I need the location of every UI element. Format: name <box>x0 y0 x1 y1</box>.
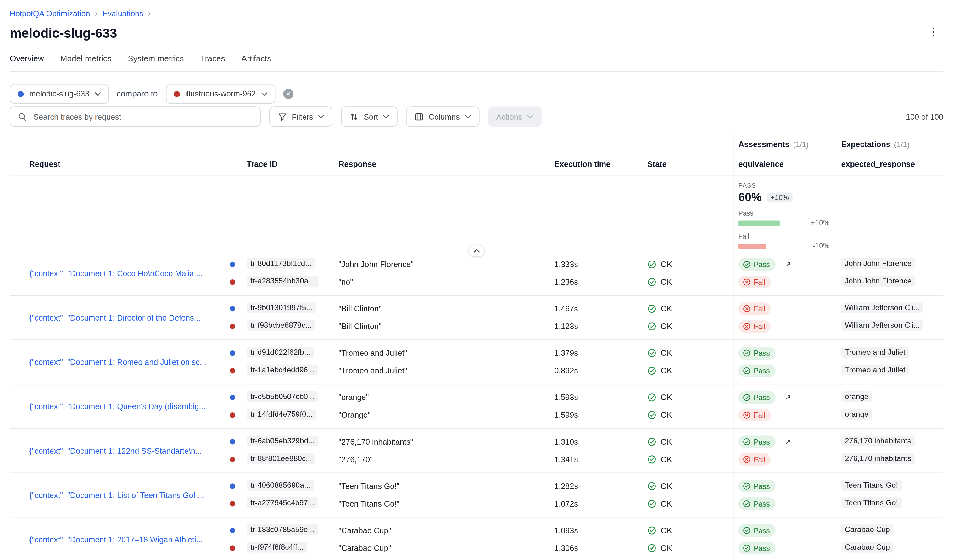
search-input[interactable] <box>32 111 253 122</box>
assessment-badge: Pass <box>739 524 775 537</box>
equivalence-cell: Fail <box>733 302 836 315</box>
clear-compare-icon[interactable]: ✕ <box>283 89 293 99</box>
state-label: OK <box>661 260 672 269</box>
trace-id-cell: tr-80d1173bf1cd... <box>242 258 334 271</box>
header-request[interactable]: Request <box>10 159 229 169</box>
tab-system-metrics[interactable]: System metrics <box>128 54 184 63</box>
assessment-badge: Pass <box>739 258 775 271</box>
assessment-badge: Fail <box>739 275 771 288</box>
state-label: OK <box>661 481 672 490</box>
state-label: OK <box>661 499 672 508</box>
header-expected-response[interactable]: expected_response <box>836 159 943 169</box>
trace-id-chip[interactable]: tr-14fdfd4e759f0... <box>247 408 317 419</box>
expected-response-cell: Teen Titans Go! <box>836 480 943 493</box>
assessment-badge: Pass <box>739 498 775 510</box>
trace-id-chip[interactable]: tr-a277945c4b97... <box>247 497 318 508</box>
equivalence-cell: Pass <box>733 542 836 555</box>
trace-id-chip[interactable]: tr-e5b5b0507cb0... <box>247 391 318 402</box>
tab-bar: OverviewModel metricsSystem metricsTrace… <box>10 54 943 72</box>
more-options-icon[interactable]: ⋮ <box>924 25 943 38</box>
request-cell: {"context": "Document 1: Queen's Day (di… <box>10 389 229 424</box>
trace-run-row[interactable]: tr-1a1ebc4edd96..."Tromeo and Juliet"0.8… <box>229 362 944 380</box>
actions-button: Actions <box>488 106 542 127</box>
tab-model-metrics[interactable]: Model metrics <box>61 54 111 63</box>
trace-id-chip[interactable]: tr-1a1ebc4edd96... <box>247 364 318 375</box>
tab-artifacts[interactable]: Artifacts <box>242 54 271 63</box>
run-dot-icon <box>229 279 242 285</box>
trace-id-chip[interactable]: tr-4060885690a... <box>247 480 314 490</box>
run-dot-icon <box>229 483 242 489</box>
expected-response-cell: Carabao Cup <box>836 541 943 555</box>
compare-run-selector[interactable]: illustrious-worm-962 <box>166 84 275 104</box>
base-run-selector[interactable]: melodic-slug-633 <box>10 84 109 104</box>
header-equivalence[interactable]: equivalence <box>733 159 836 169</box>
trace-run-row[interactable]: tr-d91d022f62fb..."Tromeo and Juliet"1.3… <box>229 344 944 362</box>
expected-response-chip: Tromeo and Juliet <box>841 364 909 375</box>
filters-label: Filters <box>292 112 313 121</box>
filters-button[interactable]: Filters <box>269 106 333 127</box>
breadcrumb-link-project[interactable]: HotpotQA Optimization <box>10 9 90 18</box>
request-link[interactable]: {"context": "Document 1: Romeo and Julie… <box>29 357 229 367</box>
assessment-badge: Pass <box>739 436 775 449</box>
trace-id-chip[interactable]: tr-88f801ee880c... <box>247 453 316 464</box>
tab-traces[interactable]: Traces <box>200 54 225 63</box>
header-state[interactable]: State <box>643 159 733 169</box>
trace-run-row[interactable]: tr-88f801ee880c..."276,170"1.341sOKFail2… <box>229 451 944 468</box>
breadcrumb-link-evaluations[interactable]: Evaluations <box>102 9 143 18</box>
request-link[interactable]: {"context": "Document 1: Director of the… <box>29 313 229 322</box>
trace-id-chip[interactable]: tr-f98bcbe6878c... <box>247 320 315 331</box>
trace-run-row[interactable]: tr-a283554bb30a..."no"1.236sOKFailJohn J… <box>229 274 944 291</box>
expected-response-chip: orange <box>841 408 872 419</box>
request-link[interactable]: {"context": "Document 1: 122nd SS-Standa… <box>29 446 229 455</box>
request-cell: {"context": "Document 1: Director of the… <box>10 300 229 335</box>
trace-id-chip[interactable]: tr-a283554bb30a... <box>247 275 318 286</box>
trace-run-row[interactable]: tr-14fdfd4e759f0..."Orange"1.599sOKFailo… <box>229 406 944 424</box>
trace-run-row[interactable]: tr-a277945c4b97..."Teen Titans Go!"1.072… <box>229 495 944 512</box>
trace-run-row[interactable]: tr-f974f6f8c4ff..."Carabao Cup"1.306sOKP… <box>229 539 944 557</box>
execution-time-cell: 1.282s <box>550 481 643 490</box>
trace-group-row: {"context": "Document 1: 122nd SS-Standa… <box>10 429 943 473</box>
trace-run-row[interactable]: tr-183c0785a59e..."Carabao Cup"1.093sOKP… <box>229 522 944 539</box>
request-link[interactable]: {"context": "Document 1: List of Teen Ti… <box>29 490 229 499</box>
compare-controls: melodic-slug-633 compare to illustrious-… <box>10 84 943 104</box>
header-trace-id[interactable]: Trace ID <box>242 159 334 169</box>
columns-icon <box>414 112 424 121</box>
columns-button[interactable]: Columns <box>406 106 479 127</box>
evaluation-page: HotpotQA Optimization › Evaluations › me… <box>0 0 953 560</box>
equivalence-cell: Pass <box>733 347 836 359</box>
compare-run-dot-icon <box>174 91 180 97</box>
trace-run-row[interactable]: tr-e5b5b0507cb0..."orange"1.593sOKPass↗o… <box>229 389 944 406</box>
open-trace-arrow-icon[interactable]: ↗ <box>784 260 791 268</box>
fail-bar-label: Fail <box>739 232 830 240</box>
request-link[interactable]: {"context": "Document 1: 2017–18 Wigan A… <box>29 535 229 544</box>
header-execution-time[interactable]: Execution time <box>550 159 643 169</box>
trace-id-cell: tr-f974f6f8c4ff... <box>242 541 334 555</box>
trace-id-chip[interactable]: tr-9b01301997f5... <box>247 302 317 313</box>
trace-id-cell: tr-a277945c4b97... <box>242 497 334 510</box>
sort-button[interactable]: Sort <box>341 106 397 127</box>
trace-run-row[interactable]: tr-6ab05eb329bd..."276,170 inhabitants"1… <box>229 433 944 451</box>
open-trace-arrow-icon[interactable]: ↗ <box>784 438 791 446</box>
trace-id-chip[interactable]: tr-183c0785a59e... <box>247 524 318 535</box>
trace-run-row[interactable]: tr-f98bcbe6878c..."Bill Clinton"1.123sOK… <box>229 318 944 335</box>
tab-overview[interactable]: Overview <box>10 54 44 63</box>
state-label: OK <box>661 437 672 446</box>
trace-id-chip[interactable]: tr-f974f6f8c4ff... <box>247 541 307 552</box>
trace-id-chip[interactable]: tr-d91d022f62fb... <box>247 346 314 357</box>
assessments-group-header: Assessments (1/1) <box>733 139 836 149</box>
response-cell: "Tromeo and Juliet" <box>334 348 550 357</box>
open-trace-arrow-icon[interactable]: ↗ <box>784 393 791 401</box>
request-link[interactable]: {"context": "Document 1: Queen's Day (di… <box>29 402 229 411</box>
expected-response-chip: John John Florence <box>841 275 915 286</box>
trace-run-row[interactable]: tr-80d1173bf1cd..."John John Florence"1.… <box>229 256 944 274</box>
trace-run-row[interactable]: tr-4060885690a..."Teen Titans Go!"1.282s… <box>229 477 944 495</box>
trace-id-cell: tr-4060885690a... <box>242 480 334 493</box>
trace-run-row[interactable]: tr-9b01301997f5..."Bill Clinton"1.467sOK… <box>229 300 944 318</box>
toolbar: Filters Sort Columns Actions 100 of 100 <box>10 106 943 127</box>
header-response[interactable]: Response <box>334 159 550 169</box>
request-link[interactable]: {"context": "Document 1: Coco Ho\nCoco M… <box>29 269 229 278</box>
trace-id-chip[interactable]: tr-6ab05eb329bd... <box>247 435 318 446</box>
state-ok-icon <box>647 260 657 269</box>
state-cell: OK <box>643 481 733 490</box>
trace-id-chip[interactable]: tr-80d1173bf1cd... <box>247 258 315 269</box>
